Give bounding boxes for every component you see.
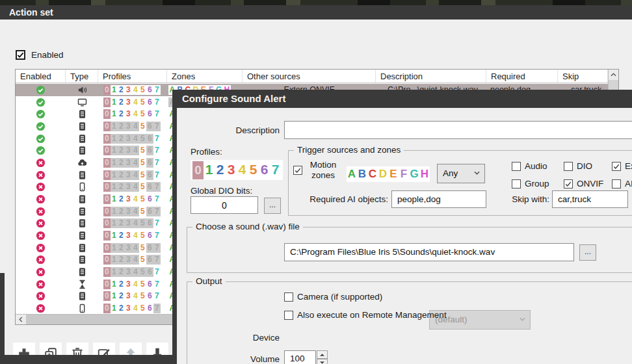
dialog-profile-0[interactable]: 0 <box>192 161 204 179</box>
profile-6: 6 <box>146 267 153 277</box>
camera-checkbox[interactable] <box>284 292 293 302</box>
column-header-description[interactable]: Description <box>376 70 486 83</box>
dialog-zone-G[interactable]: G <box>409 166 419 182</box>
cell-enabled <box>16 255 66 265</box>
sound-file-path-input[interactable]: C:\Program Files\Blue Iris 5\Sounds\quie… <box>284 243 574 261</box>
profile-1: 1 <box>111 170 118 180</box>
list-icon <box>77 267 87 277</box>
profile-2: 2 <box>118 182 125 192</box>
profile-0: 0 <box>103 255 111 265</box>
column-header-other-sources[interactable]: Other sources <box>243 70 376 83</box>
stepper-down-icon <box>320 361 324 364</box>
motion-zones-checkbox[interactable] <box>293 166 302 175</box>
cell-type <box>66 279 98 289</box>
dialog-profile-2[interactable]: 2 <box>215 161 226 179</box>
list-icon <box>77 146 87 155</box>
column-header-profiles[interactable]: Profiles <box>98 70 167 83</box>
profile-7: 7 <box>153 109 161 119</box>
skip-with-input[interactable]: car,truck <box>552 190 628 208</box>
external-checkbox[interactable] <box>612 162 621 171</box>
scroll-left-button[interactable] <box>16 315 26 324</box>
enabled-checkbox[interactable] <box>16 50 25 60</box>
sound-file-browse-button[interactable]: ... <box>579 244 596 261</box>
dialog-zone-B[interactable]: B <box>357 166 367 182</box>
profile-1: 1 <box>111 134 118 144</box>
description-input[interactable] <box>284 121 632 139</box>
profile-7: 7 <box>153 291 161 301</box>
profile-2: 2 <box>118 304 125 313</box>
profile-0: 0 <box>103 291 111 301</box>
volume-up-button[interactable] <box>317 350 328 359</box>
scroll-up-button[interactable] <box>609 70 618 80</box>
output-legend: Output <box>192 276 226 286</box>
profile-1: 1 <box>111 243 118 253</box>
zone-match-select[interactable]: Any <box>437 164 485 183</box>
profile-2: 2 <box>118 291 125 301</box>
volume-input[interactable]: 100 <box>284 350 316 364</box>
action-set-titlebar: Action set <box>0 5 632 20</box>
dialog-profile-6[interactable]: 6 <box>259 161 270 179</box>
profile-4: 4 <box>132 304 139 313</box>
profile-4: 4 <box>132 231 139 240</box>
volume-down-button[interactable] <box>317 359 328 364</box>
column-header-zones[interactable]: Zones <box>167 70 243 83</box>
dialog-zone-D[interactable]: D <box>378 166 388 182</box>
zones-selector: ABCDEFGH <box>347 166 430 182</box>
hourglass-icon <box>77 280 87 289</box>
description-label: Description <box>211 125 280 135</box>
check-icon <box>17 51 24 58</box>
list-icon <box>77 291 87 301</box>
dio-checkbox[interactable] <box>564 162 573 171</box>
profile-3: 3 <box>125 304 132 313</box>
cell-type <box>66 146 98 155</box>
cell-type <box>66 97 98 107</box>
list-icon <box>77 194 87 204</box>
cell-enabled <box>16 182 66 192</box>
onvif-checkbox[interactable] <box>564 179 573 188</box>
remote-management-checkbox[interactable] <box>284 311 293 320</box>
dialog-profile-1[interactable]: 1 <box>204 161 215 179</box>
global-dio-input[interactable]: 0 <box>191 196 258 214</box>
cell-profiles: 01234567 <box>98 122 167 131</box>
dialog-profile-4[interactable]: 4 <box>237 161 248 179</box>
enabled-check-icon <box>36 146 46 155</box>
cell-type <box>66 242 98 252</box>
profile-0: 0 <box>103 194 111 204</box>
cell-profiles: 01234567 <box>98 280 167 289</box>
dialog-profile-5[interactable]: 5 <box>248 161 259 179</box>
cell-type <box>66 109 98 119</box>
column-header-skip[interactable]: Skip <box>558 70 608 83</box>
profile-3: 3 <box>125 122 132 131</box>
cell-enabled <box>16 304 66 313</box>
audio-checkbox-label: Audio <box>525 161 547 171</box>
trigger-sources-legend: Trigger sources and zones <box>294 145 404 155</box>
speaker-icon <box>77 85 87 95</box>
dialog-zone-C[interactable]: C <box>367 166 378 182</box>
profile-1: 1 <box>111 231 118 240</box>
profile-0: 0 <box>103 267 111 277</box>
dio-checkbox-label: DIO <box>577 161 592 171</box>
dialog-zone-E[interactable]: E <box>388 166 399 182</box>
ai-checkbox[interactable] <box>612 179 621 188</box>
profile-2: 2 <box>118 280 125 289</box>
dialog-profile-7[interactable]: 7 <box>270 161 281 179</box>
group-checkbox[interactable] <box>512 179 521 188</box>
dialog-zone-A[interactable]: A <box>347 166 357 182</box>
profile-1: 1 <box>111 207 118 216</box>
column-header-enabled[interactable]: Enabled <box>16 70 66 83</box>
audio-checkbox[interactable] <box>512 162 521 171</box>
column-header-type[interactable]: Type <box>66 70 98 83</box>
dialog-profile-3[interactable]: 3 <box>226 161 237 179</box>
group-checkbox-label: Group <box>525 179 549 188</box>
global-dio-browse-button[interactable]: ... <box>264 198 281 214</box>
cell-enabled <box>16 218 66 228</box>
profile-6: 6 <box>146 231 153 240</box>
dialog-zone-H[interactable]: H <box>419 166 430 182</box>
profile-3: 3 <box>125 255 132 265</box>
dialog-zone-F[interactable]: F <box>399 166 409 182</box>
profile-0: 0 <box>103 134 111 144</box>
required-ai-input[interactable]: people,dog <box>391 190 486 208</box>
disabled-cross-icon <box>36 291 46 301</box>
column-header-required[interactable]: Required <box>486 70 558 83</box>
cell-type <box>66 122 98 131</box>
